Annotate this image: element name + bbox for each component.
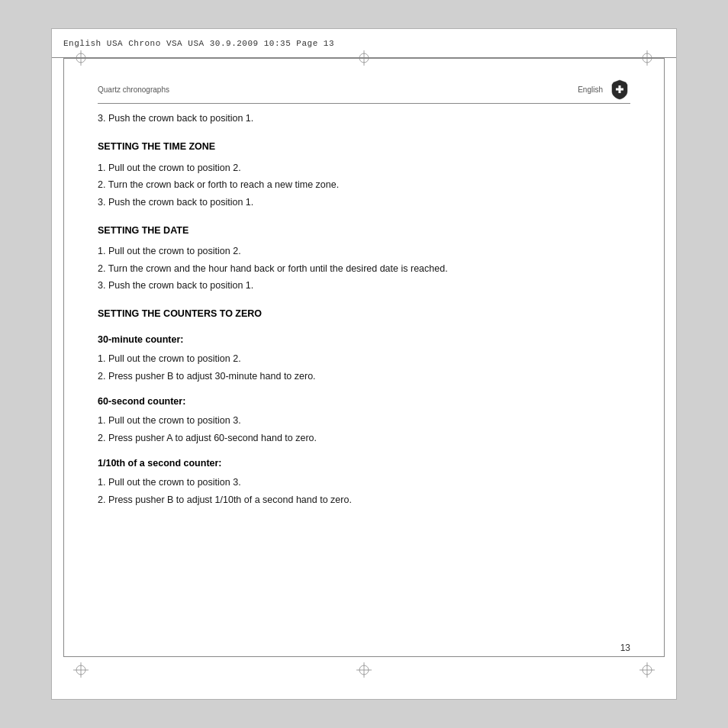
border-left bbox=[63, 58, 64, 657]
timezone-step-2: 2. Turn the crown back or forth to reach… bbox=[98, 178, 630, 192]
1-10th-step-1: 1. Pull out the crown to position 3. bbox=[98, 475, 630, 490]
60sec-steps: 1. Pull out the crown to position 3. 2. … bbox=[98, 414, 630, 446]
30min-steps: 1. Pull out the crown to position 2. 2. … bbox=[98, 352, 630, 384]
document-page: English USA Chrono VSA USA 30.9.2009 10:… bbox=[51, 28, 677, 700]
intro-step-3: 3. Push the crown back to position 1. bbox=[98, 111, 630, 126]
subheader-language: English bbox=[578, 85, 603, 94]
reg-mark-bottom-right bbox=[639, 662, 655, 678]
subheader-left-label: Quartz chronographs bbox=[98, 85, 169, 94]
reg-mark-top-left bbox=[73, 50, 89, 66]
swiss-cross-shield-icon bbox=[609, 79, 630, 100]
date-step-2: 2. Turn the crown and the hour hand back… bbox=[98, 262, 630, 276]
60sec-step-2: 2. Press pusher A to adjust 60-second ha… bbox=[98, 431, 630, 446]
sub-header: Quartz chronographs English bbox=[98, 79, 630, 104]
subsection-title-30min: 30-minute counter: bbox=[98, 333, 630, 347]
timezone-step-1: 1. Pull out the crown to position 2. bbox=[98, 161, 630, 176]
timezone-step-3: 3. Push the crown back to position 1. bbox=[98, 195, 630, 210]
reg-mark-bottom-center bbox=[356, 662, 372, 678]
body-content: 3. Push the crown back to position 1. SE… bbox=[98, 111, 630, 507]
60sec-step-1: 1. Pull out the crown to position 3. bbox=[98, 414, 630, 428]
section-title-counters: SETTING THE COUNTERS TO ZERO bbox=[98, 307, 630, 321]
border-right bbox=[664, 58, 665, 657]
subheader-right: English bbox=[578, 79, 630, 100]
date-step-1: 1. Pull out the crown to position 2. bbox=[98, 244, 630, 259]
header-text: English USA Chrono VSA USA 30.9.2009 10:… bbox=[63, 39, 334, 48]
1-10th-step-2: 2. Press pusher B to adjust 1/10th of a … bbox=[98, 493, 630, 507]
page-number: 13 bbox=[620, 643, 630, 653]
subsection-title-60sec: 60-second counter: bbox=[98, 395, 630, 409]
section-title-timezone: SETTING THE TIME ZONE bbox=[98, 140, 630, 154]
timezone-steps: 1. Pull out the crown to position 2. 2. … bbox=[98, 161, 630, 210]
reg-mark-bottom-left bbox=[73, 662, 89, 678]
date-steps: 1. Pull out the crown to position 2. 2. … bbox=[98, 244, 630, 293]
svg-rect-19 bbox=[616, 89, 623, 91]
reg-mark-top-right bbox=[639, 50, 655, 66]
subsection-title-1-10th: 1/10th of a second counter: bbox=[98, 456, 630, 471]
border-bottom bbox=[63, 656, 665, 657]
content-area: Quartz chronographs English 3. Push the … bbox=[98, 79, 630, 638]
1-10th-steps: 1. Pull out the crown to position 3. 2. … bbox=[98, 475, 630, 507]
date-step-3: 3. Push the crown back to position 1. bbox=[98, 279, 630, 293]
30min-step-2: 2. Press pusher B to adjust 30-minute ha… bbox=[98, 369, 630, 384]
30min-step-1: 1. Pull out the crown to position 2. bbox=[98, 352, 630, 366]
reg-mark-top-center bbox=[356, 50, 372, 66]
page-wrapper: English USA Chrono VSA USA 30.9.2009 10:… bbox=[0, 0, 728, 728]
section-title-date: SETTING THE DATE bbox=[98, 224, 630, 238]
